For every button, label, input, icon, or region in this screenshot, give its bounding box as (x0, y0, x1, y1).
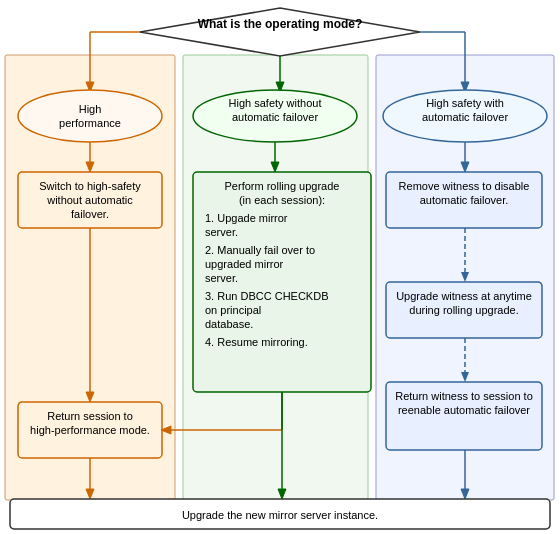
box2-item2b: upgraded mirror (205, 258, 284, 270)
box2-title2: (in each session): (239, 194, 325, 206)
oval2-label1: High safety without (229, 97, 322, 109)
box1-line3: failover. (71, 208, 109, 220)
box3-line2: automatic failover. (420, 194, 509, 206)
box2-item4: 4. Resume mirroring. (205, 336, 308, 348)
diagram: What is the operating mode? High perform… (0, 0, 560, 534)
box1-line1: Switch to high-safety (39, 180, 141, 192)
box4-line1: Return session to (47, 410, 133, 422)
box6-line2: reenable automatic failover (398, 404, 530, 416)
decision-diamond (140, 8, 420, 56)
oval3-label2: automatic failover (422, 111, 509, 123)
bottom-label: Upgrade the new mirror server instance. (182, 509, 378, 521)
box1-line2: without automatic (46, 194, 133, 206)
box4-line2: high-performance mode. (30, 424, 150, 436)
box5-line2: during rolling upgrade. (409, 304, 518, 316)
oval3-label1: High safety with (426, 97, 504, 109)
oval1-label2: performance (59, 117, 121, 129)
box6-line1: Return witness to session to (395, 390, 533, 402)
box2-item1: 1. Upgade mirror (205, 212, 288, 224)
box3-line1: Remove witness to disable (399, 180, 530, 192)
box2-item2c: server. (205, 272, 238, 284)
box2-item3b: on principal (205, 304, 261, 316)
box2-item1b: server. (205, 226, 238, 238)
oval-high-performance (18, 90, 162, 142)
oval2-label2: automatic failover (232, 111, 319, 123)
box2-title1: Perform rolling upgrade (225, 180, 340, 192)
box2-item3c: database. (205, 318, 253, 330)
oval1-label: High (79, 103, 102, 115)
box2-item2: 2. Manually fail over to (205, 244, 315, 256)
box2-item3: 3. Run DBCC CHECKDB (205, 290, 328, 302)
diamond-label: What is the operating mode? (198, 17, 363, 31)
box5-line1: Upgrade witness at anytime (396, 290, 532, 302)
